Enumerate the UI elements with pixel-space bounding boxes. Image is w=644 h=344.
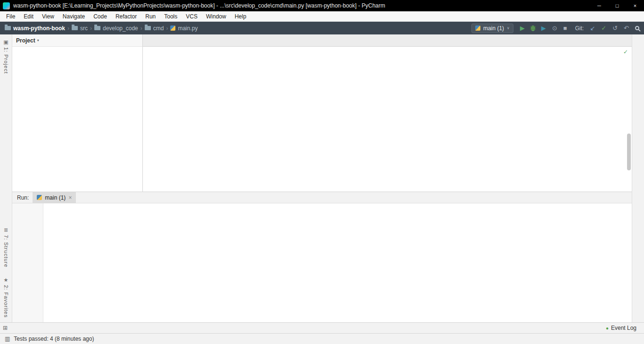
- tool-window-bar: ⊞ ● Event Log: [0, 322, 644, 333]
- project-panel-header: Project ▾: [12, 34, 142, 47]
- breadcrumb-wasm-python-book[interactable]: wasm-python-book: [5, 25, 65, 32]
- editor-tabs: [143, 34, 632, 47]
- status-message[interactable]: Tests passed: 4 (8 minutes ago): [14, 336, 94, 342]
- folder-icon: [94, 26, 100, 30]
- run-config-selector[interactable]: main (1) ∨: [471, 24, 513, 33]
- left-tool-stripe: ▣1: Project≣7: Structure★2: Favorites: [0, 34, 12, 322]
- run-config-label: main (1): [483, 25, 504, 32]
- breadcrumb-separator-icon: ›: [67, 25, 70, 32]
- run-tab[interactable]: main (1) ×: [33, 192, 76, 203]
- tool-window-switcher-icon[interactable]: ▥: [5, 336, 10, 342]
- run-toolbar: [12, 203, 43, 322]
- breadcrumb-label: main.py: [178, 25, 198, 32]
- folder-icon: [5, 26, 11, 30]
- git-commit-button[interactable]: ✓: [601, 25, 606, 32]
- event-log-button[interactable]: ● Event Log: [606, 325, 641, 331]
- profiler-button[interactable]: ⊙: [552, 25, 557, 32]
- toolbar-actions: ▶▶⊙■Git:↙✓↺↶: [520, 25, 639, 32]
- menu-file[interactable]: File: [2, 11, 19, 22]
- menu-refactor[interactable]: Refactor: [111, 11, 141, 22]
- git-label: Git:: [575, 25, 584, 32]
- breadcrumb-label: develop_code: [103, 25, 138, 32]
- py-icon: [170, 25, 175, 31]
- run-panel-body: [12, 203, 632, 322]
- tool-button-structure[interactable]: ≣7: Structure: [3, 227, 9, 268]
- console-output[interactable]: [43, 203, 632, 322]
- breadcrumb-develop-code[interactable]: develop_code: [94, 25, 138, 32]
- event-log-label: Event Log: [611, 325, 636, 331]
- folder-icon: [145, 26, 151, 30]
- breadcrumb-src[interactable]: src: [72, 25, 88, 32]
- tool-button-favorites-label: 2: Favorites: [3, 285, 9, 318]
- breadcrumb-label: wasm-python-book: [13, 25, 65, 32]
- tool-button-project[interactable]: ▣1: Project: [3, 39, 9, 74]
- breadcrumb-label: cmd: [153, 25, 164, 32]
- chevron-down-icon[interactable]: ▾: [37, 38, 39, 42]
- project-panel: Project ▾: [12, 34, 143, 192]
- tool-button-project-icon: ▣: [3, 39, 8, 45]
- window-title: wasm-python-book [E:\Learning_Projects\M…: [13, 2, 590, 9]
- maximize-button[interactable]: □: [608, 0, 626, 11]
- window-controls: ─□×: [590, 0, 644, 11]
- menu-vcs[interactable]: VCS: [182, 11, 202, 22]
- menu-help[interactable]: Help: [231, 11, 251, 22]
- breadcrumb: wasm-python-book›src›develop_code›cmd›ma…: [5, 25, 198, 32]
- editor-scrollbar[interactable]: [627, 134, 631, 170]
- pycharm-logo-icon: [3, 2, 10, 9]
- event-log-icon: ●: [606, 326, 609, 331]
- tool-button-favorites-icon: ★: [4, 277, 8, 283]
- close-icon[interactable]: ×: [68, 194, 72, 201]
- run-button[interactable]: ▶: [520, 25, 525, 32]
- breadcrumb-separator-icon: ›: [165, 25, 168, 32]
- close-button[interactable]: ×: [626, 0, 644, 11]
- tool-button-project-label: 1: Project: [3, 47, 9, 74]
- search-everywhere-button[interactable]: [635, 26, 639, 30]
- run-tool-window: Run: main (1) ×: [12, 192, 632, 322]
- coverage-button[interactable]: ▶: [541, 25, 546, 32]
- project-panel-title: Project: [16, 37, 35, 44]
- git-history-button[interactable]: ↺: [612, 25, 618, 32]
- git-rollback-button[interactable]: ↶: [624, 25, 629, 32]
- folder-icon: [72, 26, 78, 30]
- menu-edit[interactable]: Edit: [19, 11, 38, 22]
- breadcrumb-separator-icon: ›: [90, 25, 92, 32]
- tool-button-structure-label: 7: Structure: [3, 235, 9, 268]
- status-bar: ▥ Tests passed: 4 (8 minutes ago): [0, 333, 644, 344]
- title-bar: wasm-python-book [E:\Learning_Projects\M…: [0, 0, 644, 11]
- editor[interactable]: ✓: [143, 47, 632, 192]
- breadcrumb-cmd[interactable]: cmd: [145, 25, 164, 32]
- menu-tools[interactable]: Tools: [160, 11, 182, 22]
- tool-window-switcher-icon[interactable]: ⊞: [3, 325, 8, 331]
- run-panel-header: Run: main (1) ×: [12, 192, 632, 203]
- menu-run[interactable]: Run: [141, 11, 160, 22]
- menu-bar: FileEditViewNavigateCodeRefactorRunTools…: [0, 11, 644, 22]
- run-panel-label: Run:: [17, 194, 29, 201]
- menu-window[interactable]: Window: [202, 11, 231, 22]
- breadcrumb-main-py[interactable]: main.py: [170, 25, 198, 32]
- menu-code[interactable]: Code: [89, 11, 111, 22]
- python-icon: [37, 195, 42, 200]
- minimize-button[interactable]: ─: [590, 0, 608, 11]
- tool-button-favorites[interactable]: ★2: Favorites: [3, 277, 9, 318]
- tool-button-structure-icon: ≣: [4, 227, 8, 233]
- inspections-status-icon[interactable]: ✓: [623, 49, 628, 55]
- run-tab-label: main (1): [45, 194, 66, 201]
- right-tool-stripe: [632, 34, 644, 322]
- python-run-config-icon: [475, 25, 480, 31]
- menu-view[interactable]: View: [38, 11, 58, 22]
- debug-button[interactable]: [531, 25, 535, 31]
- git-update-button[interactable]: ↙: [590, 25, 595, 32]
- editor-panel: ✓: [143, 34, 632, 192]
- stop-button[interactable]: ■: [563, 25, 567, 32]
- main-toolbar: wasm-python-book›src›develop_code›cmd›ma…: [0, 22, 644, 34]
- menu-navigate[interactable]: Navigate: [58, 11, 89, 22]
- breadcrumb-label: src: [80, 25, 88, 32]
- chevron-down-icon: ∨: [507, 26, 510, 30]
- breadcrumb-separator-icon: ›: [140, 25, 143, 32]
